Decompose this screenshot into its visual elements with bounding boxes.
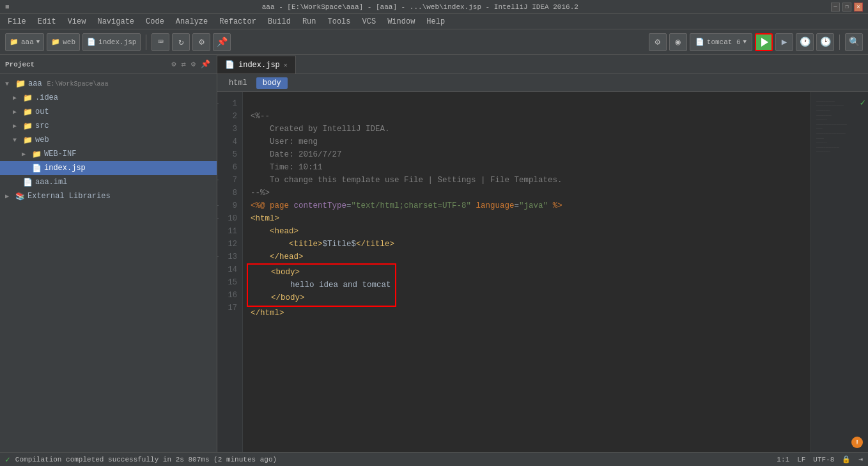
coverage-button[interactable]: ◉: [669, 33, 687, 51]
tree-item-idea[interactable]: ▶ 📁 .idea: [0, 91, 217, 105]
line-separator[interactable]: LF: [797, 456, 805, 463]
menu-tools[interactable]: Tools: [323, 16, 356, 27]
menu-file[interactable]: File: [3, 16, 31, 27]
line-num-14: 14: [217, 263, 242, 276]
fold-icon[interactable]: −: [217, 100, 219, 107]
menu-code[interactable]: Code: [141, 16, 169, 27]
project-dropdown[interactable]: 📁 aaa ▼: [5, 33, 44, 51]
jsp-file-icon: 📄: [87, 38, 96, 46]
coverage-run-button[interactable]: 🕐: [796, 33, 814, 51]
menu-analyze[interactable]: Analyze: [171, 16, 213, 27]
folder-icon: 📁: [23, 121, 33, 131]
sidebar-settings-icon[interactable]: ⚙: [190, 58, 197, 70]
fold-icon[interactable]: −: [217, 215, 219, 222]
tree-path-aaa: E:\WorkSpace\aaa: [47, 81, 109, 88]
tab-bar: 📄 index.jsp ✕: [217, 55, 868, 74]
run-button[interactable]: [755, 33, 773, 51]
arrow-icon: ▶: [22, 150, 29, 158]
menu-build[interactable]: Build: [263, 16, 296, 27]
settings-button[interactable]: ⚙: [192, 33, 210, 51]
arrow-icon: ▶: [13, 94, 20, 102]
toolbar-sep-2: [839, 35, 840, 50]
menu-bar: File Edit View Navigate Code Analyze Ref…: [0, 14, 868, 29]
fold-icon[interactable]: −: [217, 202, 219, 210]
line-num-8: 8: [217, 187, 242, 199]
minimize-button[interactable]: —: [831, 3, 840, 12]
menu-window[interactable]: Window: [382, 16, 420, 27]
tree-label-aaa: aaa: [28, 79, 42, 88]
encoding[interactable]: UTF-8: [813, 456, 834, 463]
tab-file-icon: 📄: [225, 60, 235, 70]
tab-close-button[interactable]: ✕: [284, 61, 288, 69]
line-num-11: 11: [217, 225, 242, 238]
find-action-button[interactable]: ⚙: [649, 33, 667, 51]
file-tree: ▼ 📁 aaa E:\WorkSpace\aaa ▶ 📁 .idea ▶ 📁 o…: [0, 74, 217, 452]
sync-button[interactable]: ↻: [172, 33, 190, 51]
fold-icon[interactable]: −: [217, 176, 219, 184]
close-button[interactable]: ✕: [854, 3, 863, 12]
iml-icon: 📄: [23, 178, 33, 187]
menu-help[interactable]: Help: [421, 16, 450, 27]
tree-item-extlibs[interactable]: ▶ 📚 External Libraries: [0, 189, 217, 203]
restore-button[interactable]: ❐: [842, 3, 851, 12]
folder-icon: 📁: [23, 93, 33, 103]
status-bar: ✓ Compilation completed successfully in …: [0, 452, 868, 466]
editor-content: −1 2 3 4 5 6 −7 8 −9 −10 11 12 −13 14 15…: [217, 92, 868, 452]
menu-vcs[interactable]: VCS: [357, 16, 382, 27]
sidebar-collapse-icon[interactable]: ⇄: [180, 58, 187, 70]
menu-run[interactable]: Run: [297, 16, 322, 27]
indent-icon: ⇥: [858, 455, 863, 463]
web-folder-icon: 📁: [51, 38, 60, 46]
jsp-icon: 📄: [32, 164, 42, 173]
arrow-icon: ▼: [13, 137, 20, 144]
status-right: 1:1 LF UTF-8 🔒 ⇥: [777, 455, 863, 463]
menu-refactor[interactable]: Refactor: [214, 16, 261, 27]
fold-icon[interactable]: −: [217, 253, 219, 261]
tree-item-web[interactable]: ▼ 📁 web: [0, 133, 217, 147]
tree-item-indexjsp[interactable]: 📄 index.jsp: [0, 161, 217, 175]
tomcat-dropdown[interactable]: 📄 tomcat 6 ▼: [690, 33, 752, 51]
status-message: Compilation completed successfully in 2s…: [15, 456, 277, 463]
arrow-icon: ▶: [13, 108, 20, 116]
menu-view[interactable]: View: [63, 16, 91, 27]
tab-label: index.jsp: [238, 61, 280, 70]
notification-dot[interactable]: !: [851, 437, 863, 448]
tree-label-extlibs: External Libraries: [27, 192, 111, 201]
sidebar-gear-icon[interactable]: ⚙: [170, 58, 177, 70]
library-icon: 📚: [15, 192, 25, 201]
menu-edit[interactable]: Edit: [33, 16, 61, 27]
debug-button[interactable]: ▶: [775, 33, 793, 51]
tree-item-out[interactable]: ▶ 📁 out: [0, 105, 217, 119]
tree-item-src[interactable]: ▶ 📁 src: [0, 119, 217, 133]
cursor-position[interactable]: 1:1: [777, 456, 789, 463]
tab-indexjsp[interactable]: 📄 index.jsp ✕: [217, 56, 296, 74]
success-icon: ✓: [5, 454, 10, 465]
code-display[interactable]: <%-- Created by IntelliJ IDEA. User: men…: [243, 92, 810, 452]
project-icon: 📁: [10, 38, 19, 46]
file-dropdown[interactable]: 📄 index.jsp: [82, 33, 141, 51]
tree-label-indexjsp: index.jsp: [44, 164, 86, 173]
pin-button[interactable]: 📌: [213, 33, 231, 51]
breadcrumb-body[interactable]: body: [256, 77, 288, 89]
tree-item-aaa[interactable]: ▼ 📁 aaa E:\WorkSpace\aaa: [0, 77, 217, 91]
tree-item-aaaiml[interactable]: 📄 aaa.iml: [0, 175, 217, 189]
search-everywhere-button[interactable]: 🔍: [845, 33, 863, 51]
tree-label-webinf: WEB-INF: [44, 150, 76, 159]
breadcrumb-html[interactable]: html: [222, 77, 254, 89]
tree-label-src: src: [35, 121, 49, 130]
sidebar-header: Project ⚙ ⇄ ⚙ 📌: [0, 55, 217, 74]
menu-navigate[interactable]: Navigate: [92, 16, 139, 27]
folder-icon: 📁: [23, 136, 33, 145]
line-num-7: −7: [217, 174, 242, 187]
line-num-9: −9: [217, 199, 242, 212]
tree-item-webinf[interactable]: ▶ 📁 WEB-INF: [0, 147, 217, 161]
build-button[interactable]: ⌨: [151, 33, 169, 51]
line-num-6: 6: [217, 161, 242, 174]
line-num-12: 12: [217, 238, 242, 251]
tomcat-label: tomcat 6: [707, 38, 741, 46]
sidebar-pin-icon[interactable]: 📌: [199, 58, 212, 70]
line-num-4: 4: [217, 136, 242, 148]
web-dropdown[interactable]: 📁 web: [47, 33, 80, 51]
profile-button[interactable]: 🕑: [816, 33, 834, 51]
chevron-down-icon: ▼: [36, 39, 40, 45]
